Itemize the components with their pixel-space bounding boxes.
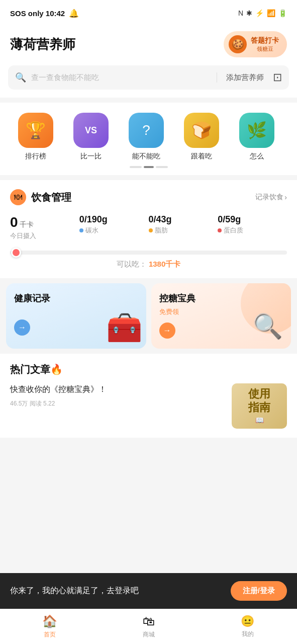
bottom-spacer [0,438,297,518]
bell-icon: 🔔 [69,9,79,18]
article-thumb-inner: 使用 指南 📖 [248,387,270,425]
status-bar: SOS only 10:42 🔔 N ✱ ⚡ 📶 🔋 [0,0,297,26]
two-col-cards: 健康记录 → 🧰 控糖宝典 免费领 → 🔍 [6,283,291,349]
can-eat-label: 可以吃： [117,260,147,268]
can-eat-text: 可以吃： 1380千卡 [10,260,287,269]
calories-label: 今日摄入 [10,231,79,240]
category-followeat-icon: 🍞 [184,113,219,148]
badge-text: 答题打卡 领糖豆 [251,36,279,53]
health-record-card[interactable]: 健康记录 → 🧰 [6,283,146,349]
mine-label: 我的 [242,630,254,638]
search-divider [217,72,217,83]
category-ranking[interactable]: 🏆 排行榜 [8,113,63,161]
progress-wrap [10,251,287,255]
diet-management-section: 🍽 饮食管理 记录饮食 › 0 千卡 今日摄入 0/190g 碳水 0/43g … [0,180,297,278]
stat-fat: 0/43g 脂肪 [149,214,218,240]
category-compare-label: 比一比 [80,152,102,161]
article-title-text: 快查收你的《控糖宝典》！ [10,383,225,395]
category-canyoueat[interactable]: ? 能不能吃 [119,113,174,161]
categories-scroll: 🏆 排行榜 VS 比一比 ? 能不能吃 🍞 跟着吃 🌿 怎么 [0,113,297,161]
articles-section: 热门文章🔥 快查收你的《控糖宝典》！ 46.5万 阅读 5.22 使用 指南 📖 [0,354,297,438]
category-followeat-label: 跟着吃 [191,152,212,161]
badge-icon: 🍪 [229,35,247,53]
nav-mine[interactable]: 😐 我的 [198,609,297,644]
progress-indicator [11,248,21,258]
login-banner-text: 你来了，我的心就满足了，去登录吧 [10,586,139,596]
progress-bar [10,251,287,255]
diet-record-link[interactable]: 记录饮食 › [255,193,287,202]
category-howeat-icon: 🌿 [239,113,274,148]
status-text: SOS only 10:42 [10,9,65,18]
health-record-deco: 🧰 [106,310,142,345]
category-ranking-icon: 🏆 [18,113,53,148]
calories-value: 0 千卡 [10,214,79,230]
diet-title-wrap: 🍽 饮食管理 [10,189,71,205]
search-placeholder[interactable]: 查一查食物能不能吃 [31,73,208,83]
category-followeat[interactable]: 🍞 跟着吃 [174,113,229,161]
status-right: N ✱ ⚡ 📶 🔋 [238,9,287,17]
nutrition-stats: 0 千卡 今日摄入 0/190g 碳水 0/43g 脂肪 0/59g 蛋白质 [10,214,287,240]
fat-dot [149,228,153,232]
home-icon: 🏠 [42,614,57,628]
article-meta: 46.5万 阅读 5.22 [10,399,225,408]
bluetooth-icon: ✱ [246,9,252,17]
search-icon: 🔍 [15,72,26,83]
sugar-control-search-icon: 🔍 [253,312,283,341]
carbs-dot [79,228,83,232]
scroll-dot-1 [130,166,142,168]
stat-calories: 0 千卡 今日摄入 [10,214,79,240]
battery-icon: 🔋 [278,9,287,17]
category-canyoueat-icon: ? [129,113,164,148]
scroll-dot-3 [156,166,168,168]
category-compare-icon: VS [73,113,109,148]
sugar-control-arrow[interactable]: → [159,323,175,339]
home-label: 首页 [44,630,56,639]
login-banner: 你来了，我的心就满足了，去登录吧 注册/登录 [0,573,297,609]
category-ranking-label: 排行榜 [25,152,46,161]
add-nutritionist-label[interactable]: 添加营养师 [226,73,264,83]
wifi-icon: 📶 [267,9,275,17]
badge-main-label: 答题打卡 [251,36,279,45]
scan-icon[interactable]: ⊡ [273,71,282,84]
bottom-nav: 🏠 首页 🛍 商城 😐 我的 [0,609,297,644]
search-section: 🔍 查一查食物能不能吃 添加营养师 ⊡ [0,65,297,98]
articles-title: 热门文章🔥 [10,363,287,376]
scroll-dot-2 [144,166,154,168]
shop-label: 商城 [143,630,155,639]
login-register-button[interactable]: 注册/登录 [231,581,287,601]
category-compare[interactable]: VS 比一比 [63,113,119,161]
diet-section-title: 饮食管理 [31,191,71,204]
diet-record-link-label: 记录饮食 [255,193,283,202]
sugar-control-card[interactable]: 控糖宝典 免费领 → 🔍 [151,283,291,349]
app-title: 薄荷营养师 [10,36,75,53]
health-record-title: 健康记录 [14,292,138,304]
diet-title-icon: 🍽 [10,189,26,205]
protein-dot [218,228,222,232]
article-item[interactable]: 快查收你的《控糖宝典》！ 46.5万 阅读 5.22 使用 指南 📖 [10,383,287,429]
quiz-badge-button[interactable]: 🍪 答题打卡 领糖豆 [224,31,287,57]
mine-icon: 😐 [241,615,254,628]
article-thumb: 使用 指南 📖 [232,383,287,429]
stat-carbs: 0/190g 碳水 [79,214,149,240]
scroll-indicator [0,161,297,170]
categories-section: 🏆 排行榜 VS 比一比 ? 能不能吃 🍞 跟着吃 🌿 怎么 [0,103,297,175]
status-left: SOS only 10:42 🔔 [10,9,79,18]
category-howeat-label: 怎么 [250,152,264,161]
diet-section-header: 🍽 饮食管理 记录饮食 › [10,189,287,205]
signal-icon: ⚡ [255,9,264,17]
article-text-wrap: 快查收你的《控糖宝典》！ 46.5万 阅读 5.22 [10,383,225,408]
nav-shop[interactable]: 🛍 商城 [99,609,198,644]
shop-icon: 🛍 [143,614,155,628]
category-canyoueat-label: 能不能吃 [132,152,160,161]
diet-record-link-arrow: › [284,193,287,201]
badge-sub-label: 领糖豆 [251,45,279,53]
category-howeat[interactable]: 🌿 怎么 [229,113,284,161]
header: 薄荷营养师 🍪 答题打卡 领糖豆 [0,26,297,65]
nfc-icon: N [238,9,243,17]
search-bar[interactable]: 🔍 查一查食物能不能吃 添加营养师 ⊡ [8,65,289,90]
health-record-arrow[interactable]: → [14,319,30,336]
can-eat-value: 1380千卡 [149,260,180,268]
stat-protein: 0/59g 蛋白质 [218,214,287,240]
nav-home[interactable]: 🏠 首页 [0,609,99,644]
